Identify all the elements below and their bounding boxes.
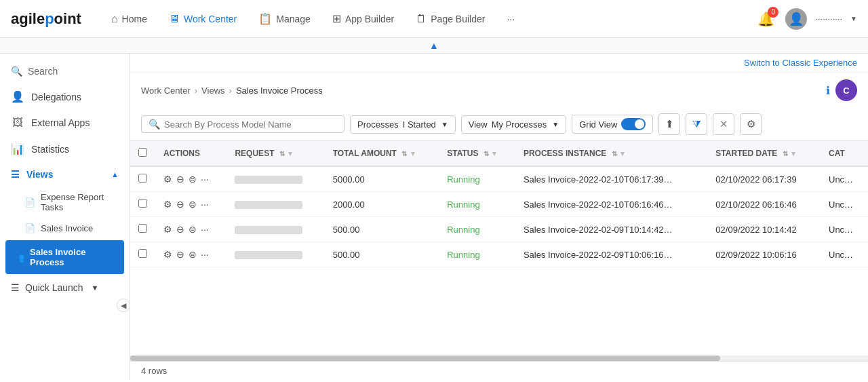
close-filter-icon: ✕ (719, 118, 728, 130)
row-processinstance-3: Sales Invoice-2022-02-09T10:06:16… (515, 242, 707, 267)
action-gear-icon[interactable]: ⚙ (163, 249, 172, 260)
processes-started-dropdown[interactable]: Processes I Started ▼ (350, 115, 456, 134)
row-checkbox-cell[interactable] (130, 166, 155, 192)
th-request-filter-icon[interactable]: ▾ (288, 149, 292, 157)
status-badge-2: Running (447, 225, 479, 235)
row-request-2 (226, 217, 324, 242)
row-status-3: Running (439, 242, 515, 267)
view-myprocesses-dropdown[interactable]: View My Processes ▼ (461, 115, 567, 134)
th-totalamount-filter-icon[interactable]: ▾ (411, 149, 415, 157)
th-status-filter-icon[interactable]: ▾ (492, 149, 496, 157)
th-processinstance-filter-icon[interactable]: ▾ (620, 149, 625, 157)
table-header-row: ACTIONS REQUEST ⇅ ▾ TOTAL AMOUNT ⇅ ▾ (130, 141, 868, 166)
sidebar-externalapps-label: External Apps (31, 117, 90, 128)
switch-experience-bar: Switch to Classic Experience (130, 54, 868, 73)
sidebar-active-salesinvoiceprocess[interactable]: 👥 Sales Invoice Process (5, 240, 124, 274)
upload-button[interactable]: ⬆ (658, 113, 680, 135)
breadcrumb-views[interactable]: Views (201, 85, 224, 96)
table-body: ⚙ ⊖ ⊜ ··· 5000.00 Running Sales Invoice-… (130, 166, 868, 267)
nav-home-label: Home (122, 14, 147, 24)
info-icon[interactable]: ℹ (826, 84, 830, 97)
sidebar-item-statistics[interactable]: 📊 Statistics (0, 136, 130, 162)
search-input[interactable] (164, 119, 337, 130)
sidebar-sub-salesinvoice[interactable]: 📄 Sales Invoice (0, 218, 130, 239)
search-box[interactable]: 🔍 (141, 115, 344, 133)
view-value: My Processes (492, 119, 547, 130)
th-request[interactable]: REQUEST ⇅ ▾ (226, 141, 324, 166)
row-starteddate-2: 02/09/2022 10:14:42 (707, 217, 821, 242)
switch-experience-link[interactable]: Switch to Classic Experience (744, 58, 857, 68)
row-checkbox-cell[interactable] (130, 192, 155, 217)
sidebar-item-externalapps[interactable]: 🖼 External Apps (0, 110, 130, 136)
sidebar-search[interactable]: 🔍 Search (0, 59, 130, 83)
th-starteddate-label: STARTED DATE (715, 149, 777, 158)
row-processinstance-2: Sales Invoice-2022-02-09T10:14:42… (515, 217, 707, 242)
th-select-all[interactable] (130, 141, 155, 166)
sidebar-section-views[interactable]: ☰ Views ▲ (0, 162, 130, 187)
request-redacted-2 (235, 226, 302, 234)
action-gear-icon[interactable]: ⚙ (163, 174, 172, 185)
breadcrumb-current: Sales Invoice Process (236, 85, 323, 96)
nav-items: ⌂ Home 🖥 Work Center 📋 Manage ⊞ App Buil… (103, 8, 755, 29)
sidebar-sub-expensereport[interactable]: 📄 Expense Report Tasks (0, 187, 130, 218)
sidebar-collapse-button[interactable]: ◀ (117, 299, 130, 312)
user-avatar: 👤 (785, 8, 807, 30)
table-row: ⚙ ⊖ ⊜ ··· 5000.00 Running Sales Invoice-… (130, 166, 868, 192)
nav-workcenter[interactable]: 🖥 Work Center (161, 9, 245, 29)
action-stop-icon[interactable]: ⊖ (176, 224, 184, 235)
sidebar-expensereport-label: Expense Report Tasks (41, 192, 119, 212)
action-more-icon[interactable]: ··· (201, 174, 209, 185)
user-menu-chevron[interactable]: ▼ (850, 15, 857, 22)
filter-button[interactable]: ⧩ (686, 113, 707, 135)
sidebar-item-delegations[interactable]: 👤 Delegations (0, 83, 130, 110)
request-redacted-0 (235, 176, 302, 184)
row-checkbox-2[interactable] (138, 224, 147, 233)
row-checkbox-0[interactable] (138, 174, 147, 183)
row-processinstance-1: Sales Invoice-2022-02-10T06:16:46… (515, 192, 707, 217)
grid-view-toggle[interactable]: Grid View (572, 115, 653, 134)
sidebar-search-label: Search (28, 66, 58, 77)
action-stop-icon[interactable]: ⊖ (176, 174, 184, 185)
th-totalamount[interactable]: TOTAL AMOUNT ⇅ ▾ (325, 141, 439, 166)
row-checkbox-cell[interactable] (130, 242, 155, 267)
nav-pagebuilder[interactable]: 🗒 Page Builder (408, 9, 493, 29)
action-gear-icon[interactable]: ⚙ (163, 224, 172, 235)
action-list-icon[interactable]: ⊜ (189, 224, 197, 235)
nav-appbuilder[interactable]: ⊞ App Builder (324, 8, 402, 29)
th-status[interactable]: STATUS ⇅ ▾ (439, 141, 515, 166)
th-request-label: REQUEST (235, 149, 274, 158)
action-stop-icon[interactable]: ⊖ (176, 249, 184, 260)
action-list-icon[interactable]: ⊜ (189, 174, 197, 185)
clear-filter-button[interactable]: ✕ (713, 113, 734, 135)
search-input-icon: 🔍 (149, 119, 160, 130)
nav-home[interactable]: ⌂ Home (103, 9, 155, 29)
collapse-chevron-icon[interactable]: ▲ (429, 40, 439, 51)
action-stop-icon[interactable]: ⊖ (176, 199, 184, 210)
horizontal-scrollbar[interactable] (130, 356, 868, 361)
row-checkbox-3[interactable] (138, 249, 147, 258)
action-list-icon[interactable]: ⊜ (189, 249, 197, 260)
action-more-icon[interactable]: ··· (201, 249, 209, 260)
nav-manage[interactable]: 📋 Manage (250, 8, 319, 29)
settings-button[interactable]: ⚙ (740, 113, 762, 135)
breadcrumb-workcenter[interactable]: Work Center (141, 85, 191, 96)
th-totalamount-label: TOTAL AMOUNT (333, 149, 397, 158)
select-all-checkbox[interactable] (138, 148, 147, 157)
grid-view-switch[interactable] (621, 118, 646, 130)
row-checkbox-1[interactable] (138, 199, 147, 208)
action-more-icon[interactable]: ··· (201, 224, 209, 235)
th-starteddate-filter-icon[interactable]: ▾ (791, 149, 795, 157)
nav-more[interactable]: ··· (498, 9, 523, 28)
row-count-bar: 4 rows (130, 361, 868, 380)
nav-workcenter-label: Work Center (184, 14, 237, 24)
row-checkbox-cell[interactable] (130, 217, 155, 242)
notification-button[interactable]: 🔔 0 (755, 8, 777, 30)
action-more-icon[interactable]: ··· (201, 199, 209, 210)
sidebar-quicklaunch-label: Quick Launch (25, 282, 83, 293)
breadcrumb-sep-2: › (229, 85, 232, 96)
sidebar-item-quicklaunch[interactable]: ☰ Quick Launch ▼ (0, 275, 130, 300)
th-processinstance[interactable]: PROCESS INSTANCE ⇅ ▾ (515, 141, 707, 166)
th-starteddate[interactable]: STARTED DATE ⇅ ▾ (707, 141, 821, 166)
action-gear-icon[interactable]: ⚙ (163, 199, 172, 210)
action-list-icon[interactable]: ⊜ (189, 199, 197, 210)
